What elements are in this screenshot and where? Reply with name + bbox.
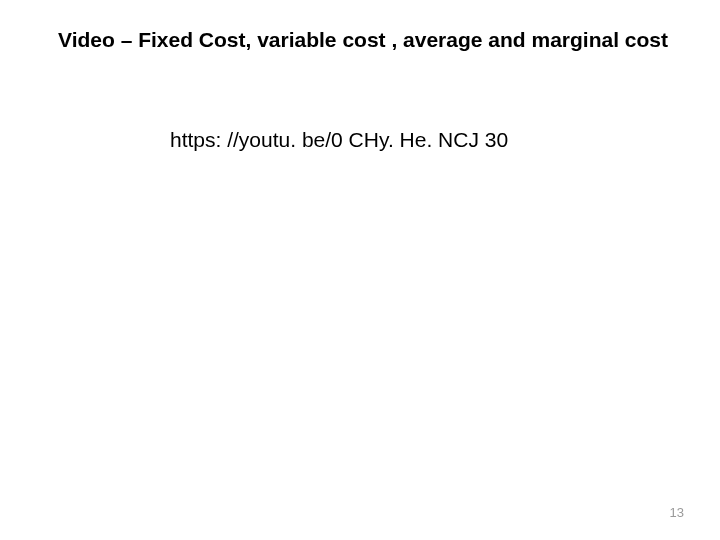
video-link-text: https: //youtu. be/0 CHy. He. NCJ 30 [170,128,508,152]
page-number: 13 [670,505,684,520]
slide-title: Video – Fixed Cost, variable cost , aver… [58,28,680,52]
